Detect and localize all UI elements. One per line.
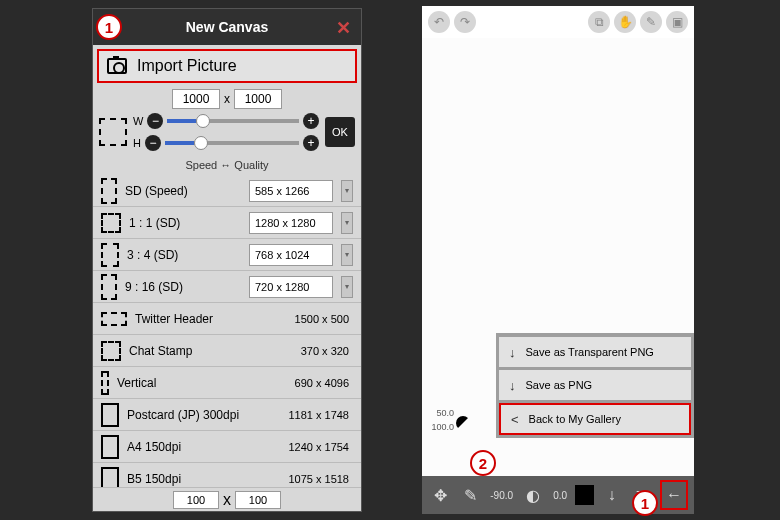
preset-value-input[interactable]: 1280 x 1280 <box>249 212 333 234</box>
dialog-title: New Canvas <box>186 19 268 35</box>
preset-row[interactable]: 1 : 1 (SD) 1280 x 1280 ▾ <box>93 207 361 239</box>
save-menu: ↓ Save as Transparent PNG ↓ Save as PNG … <box>496 333 694 438</box>
preset-row[interactable]: Vertical 690 x 4096 <box>93 367 361 399</box>
preset-value-input[interactable]: 720 x 1280 <box>249 276 333 298</box>
height-input[interactable] <box>234 89 282 109</box>
annotation-badge-1b: 1 <box>632 490 658 516</box>
preset-row[interactable]: SD (Speed) 585 x 1266 ▾ <box>93 175 361 207</box>
undo-icon[interactable]: ↶ <box>428 11 450 33</box>
preset-label: Chat Stamp <box>129 344 261 358</box>
h-label: H <box>133 137 141 149</box>
chevron-left-icon: < <box>511 412 519 427</box>
bottom-preview-dims: x <box>93 487 361 511</box>
back-button[interactable]: ← <box>660 480 688 510</box>
preset-row[interactable]: 9 : 16 (SD) 720 x 1280 ▾ <box>93 271 361 303</box>
preset-icon <box>101 403 119 427</box>
editor-topbar: ↶ ↷ ⧉ ✋ ✎ ▣ <box>422 6 694 38</box>
preset-value: 1075 x 1518 <box>269 473 353 485</box>
w-label: W <box>133 115 143 127</box>
preset-icon <box>101 213 121 233</box>
preset-value: 690 x 4096 <box>269 377 353 389</box>
download-icon[interactable]: ↓ <box>600 482 624 508</box>
blur-tool-icon[interactable]: ◐ <box>521 482 545 508</box>
menu-label: Save as PNG <box>526 379 593 391</box>
bottom-height-input[interactable] <box>235 491 281 509</box>
preset-icon <box>101 341 121 361</box>
speed-quality-label: Speed ↔ Quality <box>93 159 361 171</box>
preset-row[interactable]: 3 : 4 (SD) 768 x 1024 ▾ <box>93 239 361 271</box>
camera-icon <box>107 58 127 74</box>
preset-list: SD (Speed) 585 x 1266 ▾ 1 : 1 (SD) 1280 … <box>93 175 361 495</box>
preset-value-input[interactable]: 585 x 1266 <box>249 180 333 202</box>
close-icon[interactable]: ✕ <box>336 17 351 39</box>
height-slider[interactable] <box>165 141 299 145</box>
preset-icon <box>101 435 119 459</box>
copy-icon[interactable]: ⧉ <box>588 11 610 33</box>
width-plus-button[interactable]: + <box>303 113 319 129</box>
menu-label: Back to My Gallery <box>529 413 621 425</box>
ok-button[interactable]: OK <box>325 117 355 147</box>
bottom-width-input[interactable] <box>173 491 219 509</box>
brush-preview-icon <box>456 416 472 432</box>
preset-label: SD (Speed) <box>125 184 241 198</box>
image-icon[interactable]: ▣ <box>666 11 688 33</box>
save-transparent-png-button[interactable]: ↓ Save as Transparent PNG <box>499 337 691 367</box>
back-to-gallery-button[interactable]: < Back to My Gallery <box>499 403 691 435</box>
new-canvas-dialog: New Canvas ✕ Import Picture x W − + H <box>92 8 362 512</box>
ruler-vertical: 50.0 100.0 <box>428 406 454 434</box>
width-slider[interactable] <box>167 119 299 123</box>
chevron-down-icon[interactable]: ▾ <box>341 212 353 234</box>
height-plus-button[interactable]: + <box>303 135 319 151</box>
preset-label: A4 150dpi <box>127 440 261 454</box>
paste-icon[interactable]: ✋ <box>614 11 636 33</box>
preset-row[interactable]: Twitter Header 1500 x 500 <box>93 303 361 335</box>
preset-value: 1500 x 500 <box>269 313 353 325</box>
preset-icon <box>101 178 117 204</box>
preset-row[interactable]: Chat Stamp 370 x 320 <box>93 335 361 367</box>
preset-value-input[interactable]: 768 x 1024 <box>249 244 333 266</box>
save-png-button[interactable]: ↓ Save as PNG <box>499 370 691 400</box>
preset-label: Vertical <box>117 376 261 390</box>
dim-x-label: x <box>223 491 231 509</box>
preset-icon <box>101 243 119 267</box>
width-minus-button[interactable]: − <box>147 113 163 129</box>
preset-icon <box>101 371 109 395</box>
width-input[interactable] <box>172 89 220 109</box>
editor-screen: ↶ ↷ ⧉ ✋ ✎ ▣ 50.0 100.0 ↓ Save as Transpa… <box>422 6 694 514</box>
ruler-tick: 50.0 <box>428 406 454 420</box>
preset-value: 370 x 320 <box>269 345 353 357</box>
preset-label: B5 150dpi <box>127 472 261 486</box>
value-readout: 0.0 <box>551 482 569 508</box>
preset-label: Postcard (JP) 300dpi <box>127 408 261 422</box>
drawing-canvas[interactable]: 50.0 100.0 ↓ Save as Transparent PNG ↓ S… <box>422 38 694 476</box>
color-swatch[interactable] <box>575 485 594 505</box>
preset-row[interactable]: A4 150dpi 1240 x 1754 <box>93 431 361 463</box>
preset-label: 9 : 16 (SD) <box>125 280 241 294</box>
dim-x-label: x <box>224 92 230 106</box>
download-icon: ↓ <box>509 378 516 393</box>
chevron-down-icon[interactable]: ▾ <box>341 276 353 298</box>
download-icon: ↓ <box>509 345 516 360</box>
import-picture-button[interactable]: Import Picture <box>97 49 357 83</box>
preset-icon <box>101 274 117 300</box>
tool-icon[interactable]: ✎ <box>640 11 662 33</box>
width-slider-row: W − + <box>133 113 319 129</box>
menu-label: Save as Transparent PNG <box>526 346 654 358</box>
chevron-down-icon[interactable]: ▾ <box>341 244 353 266</box>
chevron-down-icon[interactable]: ▾ <box>341 180 353 202</box>
annotation-badge-2: 2 <box>470 450 496 476</box>
brush-tool-icon[interactable]: ✎ <box>458 482 482 508</box>
dimension-inputs: x <box>93 89 361 109</box>
preset-row[interactable]: Postcard (JP) 300dpi 1181 x 1748 <box>93 399 361 431</box>
preset-label: 1 : 1 (SD) <box>129 216 241 230</box>
preset-icon <box>101 312 127 326</box>
ruler-tick: 100.0 <box>428 420 454 434</box>
move-tool-icon[interactable]: ✥ <box>428 482 452 508</box>
import-label: Import Picture <box>137 57 237 75</box>
redo-icon[interactable]: ↷ <box>454 11 476 33</box>
angle-readout: -90.0 <box>488 482 515 508</box>
preset-value: 1240 x 1754 <box>269 441 353 453</box>
preset-value: 1181 x 1748 <box>269 409 353 421</box>
dialog-titlebar: New Canvas ✕ <box>93 9 361 45</box>
height-minus-button[interactable]: − <box>145 135 161 151</box>
